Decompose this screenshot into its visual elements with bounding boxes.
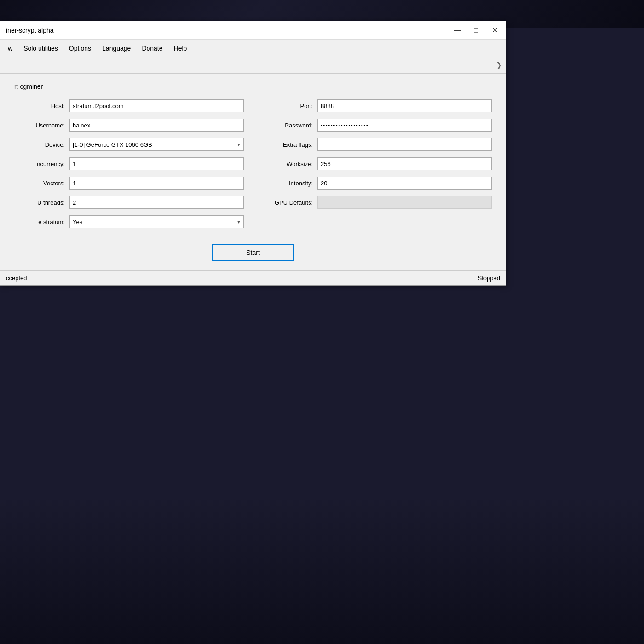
miner-label: r: cgminer [10, 83, 496, 90]
start-button[interactable]: Start [212, 244, 294, 261]
device-select-wrapper: [1-0] GeForce GTX 1060 6GB [0-0] GeForce… [69, 138, 244, 151]
gputhreads-label: U threads: [14, 199, 65, 206]
device-row: Device: [1-0] GeForce GTX 1060 6GB [0-0]… [14, 138, 244, 151]
concurrency-row: ncurrency: [14, 157, 244, 170]
extraflags-row: Extra flags: [262, 138, 492, 151]
stratum-label: e stratum: [14, 218, 65, 225]
window-title: iner-scrypt alpha [6, 27, 54, 34]
host-row: Host: [14, 99, 244, 112]
toolbar-arrow-icon[interactable]: ❯ [496, 61, 502, 69]
start-row: Start [14, 244, 492, 261]
main-window: iner-scrypt alpha — □ ✕ w Solo utilities… [0, 21, 506, 286]
vectors-input[interactable] [69, 177, 244, 190]
worksize-row: Worksize: [262, 157, 492, 170]
menu-item-donate[interactable]: Donate [136, 40, 168, 57]
gpudefaults-label: GPU Defaults: [262, 199, 313, 206]
minimize-button[interactable]: — [450, 25, 465, 36]
host-label: Host: [14, 103, 65, 109]
maximize-button[interactable]: □ [469, 25, 483, 36]
status-stopped: Stopped [478, 275, 500, 282]
title-bar: iner-scrypt alpha — □ ✕ [0, 21, 506, 40]
port-input[interactable] [317, 99, 492, 112]
extraflags-label: Extra flags: [262, 141, 313, 148]
worksize-label: Worksize: [262, 161, 313, 167]
username-input[interactable] [69, 119, 244, 132]
menu-item-solo-utilities[interactable]: Solo utilities [18, 40, 63, 57]
vectors-row: Vectors: [14, 177, 244, 190]
menu-item-help[interactable]: Help [168, 40, 193, 57]
close-button[interactable]: ✕ [487, 25, 502, 36]
device-label: Device: [14, 141, 65, 148]
form-grid: Host: Port: Username: Password: Device: [10, 99, 496, 261]
menu-item-options[interactable]: Options [63, 40, 97, 57]
gputhreads-input[interactable] [69, 196, 244, 209]
device-select[interactable]: [1-0] GeForce GTX 1060 6GB [0-0] GeForce… [69, 138, 244, 151]
stratum-row: e stratum: Yes No ▼ [14, 215, 244, 228]
menu-item-language[interactable]: Language [97, 40, 136, 57]
menu-bar: w Solo utilities Options Language Donate… [0, 40, 506, 57]
gpudefaults-input [317, 196, 492, 209]
gputhreads-row: U threads: [14, 196, 244, 209]
port-row: Port: [262, 99, 492, 112]
password-label: Password: [262, 122, 313, 129]
intensity-label: Intensity: [262, 180, 313, 187]
content-area: r: cgminer Host: Port: Username: Passwor… [0, 74, 506, 270]
intensity-input[interactable] [317, 177, 492, 190]
password-row: Password: [262, 119, 492, 132]
username-row: Username: [14, 119, 244, 132]
status-accepted: ccepted [6, 275, 27, 282]
intensity-row: Intensity: [262, 177, 492, 190]
toolbar: ❯ [0, 57, 506, 74]
concurrency-input[interactable] [69, 157, 244, 170]
stratum-select-wrapper: Yes No ▼ [69, 215, 244, 228]
empty-cell [262, 215, 492, 228]
status-bar: ccepted Stopped [0, 270, 506, 285]
stratum-select[interactable]: Yes No [69, 215, 244, 228]
host-input[interactable] [69, 99, 244, 112]
window-controls: — □ ✕ [450, 25, 502, 36]
worksize-input[interactable] [317, 157, 492, 170]
password-input[interactable] [317, 119, 492, 132]
username-label: Username: [14, 122, 65, 129]
vectors-label: Vectors: [14, 180, 65, 187]
port-label: Port: [262, 103, 313, 109]
gpudefaults-row: GPU Defaults: [262, 196, 492, 209]
concurrency-label: ncurrency: [14, 161, 65, 167]
menu-item-w[interactable]: w [2, 40, 18, 57]
extraflags-input[interactable] [317, 138, 492, 151]
